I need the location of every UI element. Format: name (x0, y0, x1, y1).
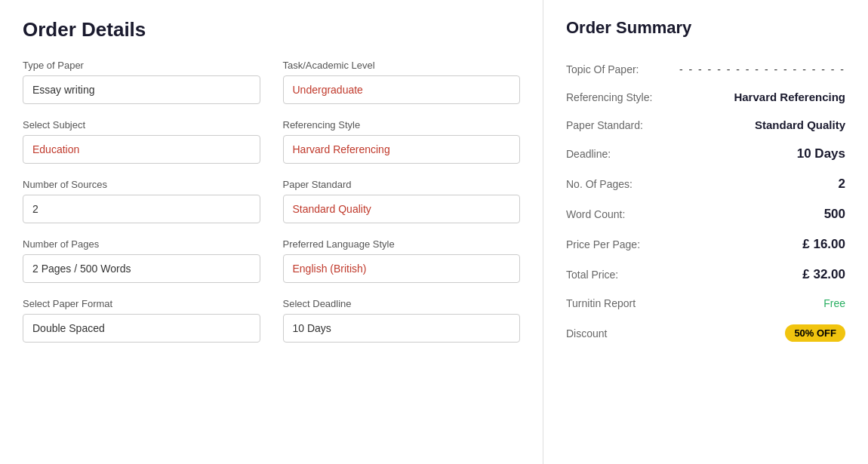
paper-format-label: Select Paper Format (23, 298, 260, 309)
summary-row-standard: Paper Standard: Standard Quality (566, 111, 845, 139)
select-subject-input[interactable]: Education (23, 135, 260, 164)
wordcount-sum-label: Word Count: (566, 208, 657, 220)
paper-standard-input[interactable]: Standard Quality (283, 195, 521, 223)
topic-value: - - - - - - - - - - - - - - - - - - (679, 63, 845, 75)
deadline-group: Select Deadline 10 Days (283, 298, 521, 343)
pages-sum-value: 2 (839, 177, 845, 192)
summary-title: Order Summary (566, 18, 845, 38)
right-panel: Order Summary Topic Of Paper: - - - - - … (543, 0, 868, 464)
language-style-label: Preferred Language Style (283, 238, 521, 250)
num-pages-input[interactable]: 2 Pages / 500 Words (23, 254, 260, 283)
deadline-sum-value: 10 Days (797, 146, 845, 161)
deadline-input[interactable]: 10 Days (283, 314, 521, 343)
pages-sum-label: No. Of Pages: (566, 178, 657, 190)
type-of-paper-input[interactable]: Essay writing (23, 75, 260, 104)
summary-row-price-per-page: Price Per Page: £ 16.00 (566, 229, 845, 260)
referencing-style-label: Referencing Style (283, 119, 521, 131)
form-grid: Type of Paper Essay writing Task/Academi… (23, 60, 520, 343)
language-style-group: Preferred Language Style English (Britis… (283, 238, 521, 283)
left-panel: Order Details Type of Paper Essay writin… (0, 0, 543, 464)
turnitin-sum-label: Turnitin Report (566, 297, 657, 309)
task-level-input[interactable]: Undergraduate (283, 75, 521, 104)
referencing-style-input[interactable]: Harvard Referencing (283, 135, 521, 164)
paper-format-group: Select Paper Format Double Spaced (23, 298, 260, 343)
type-of-paper-label: Type of Paper (23, 60, 260, 71)
referencing-sum-label: Referencing Style: (566, 91, 657, 103)
summary-row-discount: Discount 50% OFF (566, 317, 845, 349)
num-sources-group: Number of Sources 2 (23, 179, 260, 223)
standard-sum-value: Standard Quality (755, 118, 845, 131)
num-sources-label: Number of Sources (23, 179, 260, 190)
select-subject-group: Select Subject Education (23, 119, 260, 164)
num-sources-input[interactable]: 2 (23, 195, 260, 223)
summary-row-wordcount: Word Count: 500 (566, 199, 845, 229)
total-price-sum-value: £ 32.00 (802, 267, 845, 282)
referencing-style-group: Referencing Style Harvard Referencing (283, 119, 521, 164)
type-of-paper-group: Type of Paper Essay writing (23, 60, 260, 104)
discount-sum-label: Discount (566, 327, 657, 340)
price-per-page-sum-label: Price Per Page: (566, 238, 657, 250)
num-pages-group: Number of Pages 2 Pages / 500 Words (23, 238, 260, 283)
paper-standard-group: Paper Standard Standard Quality (283, 179, 521, 223)
turnitin-sum-value: Free (823, 297, 845, 309)
task-level-group: Task/Academic Level Undergraduate (283, 60, 521, 104)
task-level-label: Task/Academic Level (283, 60, 521, 71)
num-pages-label: Number of Pages (23, 238, 260, 250)
summary-row-referencing: Referencing Style: Harvard Referencing (566, 83, 845, 111)
paper-format-input[interactable]: Double Spaced (23, 314, 260, 343)
language-style-input[interactable]: English (British) (283, 254, 521, 283)
summary-row-pages: No. Of Pages: 2 (566, 169, 845, 199)
paper-standard-label: Paper Standard (283, 179, 521, 190)
total-price-sum-label: Total Price: (566, 269, 657, 281)
page-title: Order Details (23, 18, 520, 41)
summary-row-turnitin: Turnitin Report Free (566, 290, 845, 317)
standard-sum-label: Paper Standard: (566, 119, 657, 131)
discount-badge: 50% OFF (785, 324, 845, 342)
summary-row-topic: Topic Of Paper: - - - - - - - - - - - - … (566, 56, 845, 83)
deadline-label: Select Deadline (283, 298, 521, 309)
topic-label: Topic Of Paper: (566, 63, 657, 75)
summary-table: Topic Of Paper: - - - - - - - - - - - - … (566, 56, 845, 349)
referencing-sum-value: Harvard Referencing (734, 91, 845, 103)
deadline-sum-label: Deadline: (566, 148, 657, 160)
price-per-page-sum-value: £ 16.00 (802, 237, 845, 252)
summary-row-total-price: Total Price: £ 32.00 (566, 260, 845, 290)
select-subject-label: Select Subject (23, 119, 260, 131)
summary-row-deadline: Deadline: 10 Days (566, 139, 845, 169)
wordcount-sum-value: 500 (824, 207, 845, 222)
